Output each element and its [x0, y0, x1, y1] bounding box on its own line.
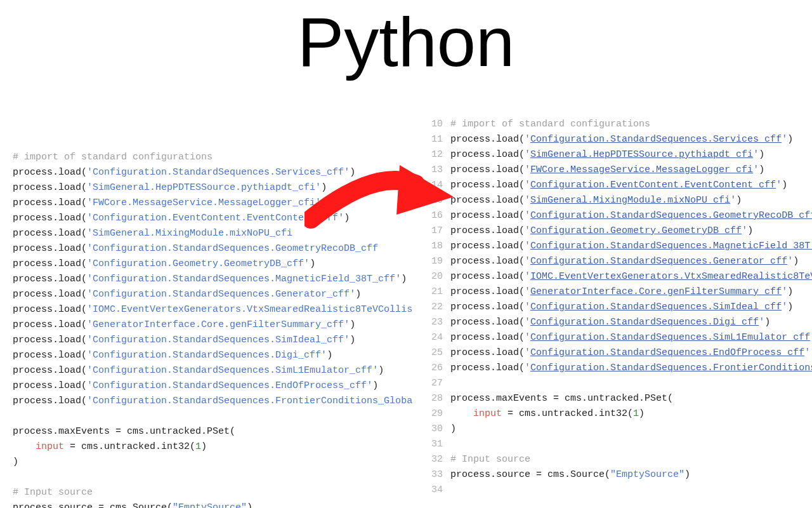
code-line: process.load('IOMC.EventVertexGenerators… — [450, 269, 812, 284]
code-line: process.load('Configuration.EventContent… — [450, 178, 812, 193]
line-number: 18 — [431, 239, 443, 254]
line-number: 11 — [431, 132, 443, 147]
code-line: process.load('Configuration.StandardSequ… — [13, 363, 431, 378]
code-line: # import of standard configurations — [13, 150, 431, 165]
code-line: process.load('SimGeneral.HepPDTESSource.… — [450, 147, 812, 163]
code-line: ) — [450, 422, 812, 437]
code-line: process.load('SimGeneral.MixingModule.mi… — [450, 193, 812, 208]
line-number: 16 — [431, 208, 443, 224]
line-number: 19 — [431, 254, 443, 269]
code-line: process.source = cms.Source("EmptySource… — [450, 467, 812, 483]
code-pane-right: 1011121314151617181920212223242526272829… — [431, 114, 812, 508]
code-line: process.load('FWCore.MessageService.Mess… — [13, 196, 431, 211]
line-number-gutter: 1011121314151617181920212223242526272829… — [431, 114, 450, 508]
code-line: process.load('GeneratorInterface.Core.ge… — [450, 284, 812, 300]
code-line: process.source = cms.Source("EmptySource… — [13, 500, 431, 508]
code-line: process.load('Configuration.StandardSequ… — [13, 287, 431, 302]
code-line: process.load('SimGeneral.HepPDTESSource.… — [13, 180, 431, 196]
line-number: 12 — [431, 147, 443, 163]
code-line: process.load('Configuration.StandardSequ… — [13, 348, 431, 363]
code-line — [450, 376, 812, 391]
code-line: process.load('Configuration.StandardSequ… — [450, 300, 812, 315]
code-line: process.load('Configuration.StandardSequ… — [450, 345, 812, 361]
code-line: input = cms.untracked.int32(1) — [13, 439, 431, 455]
line-number: 27 — [431, 376, 443, 391]
code-line: process.load('Configuration.StandardSequ… — [450, 330, 812, 345]
page-title: Python — [0, 0, 812, 84]
code-line: process.load('Configuration.StandardSequ… — [13, 241, 431, 257]
line-number: 14 — [431, 178, 443, 193]
line-number: 24 — [431, 330, 443, 345]
code-line — [450, 437, 812, 452]
code-pane-left: # import of standard configurationsproce… — [0, 114, 431, 508]
code-line — [13, 470, 431, 485]
code-line: process.load('Configuration.Geometry.Geo… — [13, 257, 431, 272]
code-line: process.load('Configuration.StandardSequ… — [450, 315, 812, 330]
line-number: 23 — [431, 315, 443, 330]
code-line: process.load('Configuration.Geometry.Geo… — [450, 224, 812, 239]
code-line: process.load('Configuration.StandardSequ… — [450, 132, 812, 147]
line-number: 28 — [431, 391, 443, 406]
line-number: 26 — [431, 361, 443, 376]
line-number: 22 — [431, 300, 443, 315]
line-number: 13 — [431, 163, 443, 178]
code-line: process.load('SimGeneral.MixingModule.mi… — [13, 226, 431, 241]
code-line: ) — [13, 455, 431, 470]
line-number: 25 — [431, 345, 443, 361]
code-line: process.load('Configuration.StandardSequ… — [13, 333, 431, 348]
code-line: process.load('Configuration.StandardSequ… — [13, 378, 431, 394]
code-line: process.load('GeneratorInterface.Core.ge… — [13, 318, 431, 333]
code-line: input = cms.untracked.int32(1) — [450, 406, 812, 422]
code-line: process.maxEvents = cms.untracked.PSet( — [13, 424, 431, 439]
line-number: 17 — [431, 224, 443, 239]
code-line: process.load('Configuration.EventContent… — [13, 211, 431, 226]
line-number: 34 — [431, 483, 443, 498]
line-number: 30 — [431, 422, 443, 437]
code-line: process.maxEvents = cms.untracked.PSet( — [450, 391, 812, 406]
line-number: 29 — [431, 406, 443, 422]
code-line: process.load('IOMC.EventVertexGenerators… — [13, 302, 431, 318]
line-number: 21 — [431, 284, 443, 300]
line-number: 10 — [431, 117, 443, 132]
line-number: 31 — [431, 437, 443, 452]
line-number: 33 — [431, 467, 443, 483]
line-number: 20 — [431, 269, 443, 284]
line-number: 15 — [431, 193, 443, 208]
code-line: process.load('FWCore.MessageService.Mess… — [450, 163, 812, 178]
code-line: # Input source — [450, 452, 812, 467]
line-number: 32 — [431, 452, 443, 467]
code-line: process.load('Configuration.StandardSequ… — [13, 165, 431, 180]
code-line: process.load('Configuration.StandardSequ… — [13, 394, 431, 409]
code-line: process.load('Configuration.StandardSequ… — [450, 361, 812, 376]
code-line: # import of standard configurations — [450, 117, 812, 132]
code-line: # Input source — [13, 485, 431, 500]
code-line — [450, 483, 812, 498]
code-line: process.load('Configuration.StandardSequ… — [450, 254, 812, 269]
code-line — [13, 409, 431, 424]
code-line: process.load('Configuration.StandardSequ… — [13, 272, 431, 287]
code-line: process.load('Configuration.StandardSequ… — [450, 239, 812, 254]
code-line: process.load('Configuration.StandardSequ… — [450, 208, 812, 224]
